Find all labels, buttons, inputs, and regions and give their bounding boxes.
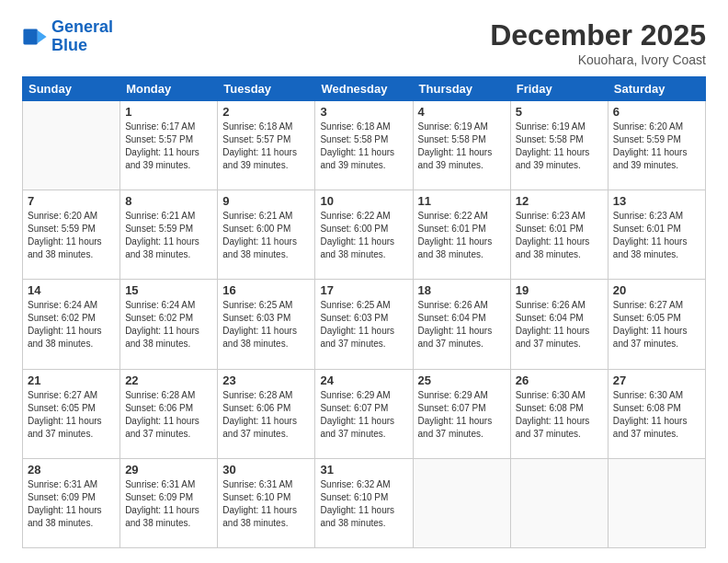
calendar-cell: 18 Sunrise: 6:26 AM Sunset: 6:04 PM Dayl… <box>413 280 510 369</box>
calendar-cell: 8 Sunrise: 6:21 AM Sunset: 5:59 PM Dayli… <box>120 190 218 280</box>
daylight-text: Daylight: 11 hours and 38 minutes. <box>516 236 603 261</box>
sunrise-text: Sunrise: 6:31 AM <box>222 478 310 491</box>
calendar-cell: 11 Sunrise: 6:22 AM Sunset: 6:01 PM Dayl… <box>413 190 510 280</box>
sunrise-text: Sunrise: 6:23 AM <box>613 210 700 223</box>
logo-general: General <box>51 17 113 36</box>
calendar-cell: 25 Sunrise: 6:29 AM Sunset: 6:07 PM Dayl… <box>413 369 510 458</box>
calendar-week-row: 7 Sunrise: 6:20 AM Sunset: 5:59 PM Dayli… <box>23 190 706 280</box>
cell-details: Sunrise: 6:22 AM Sunset: 6:01 PM Dayligh… <box>418 210 506 261</box>
sunset-text: Sunset: 6:04 PM <box>516 312 603 325</box>
sunrise-text: Sunrise: 6:26 AM <box>516 299 603 312</box>
daylight-text: Daylight: 11 hours and 38 minutes. <box>28 504 115 530</box>
calendar-week-row: 21 Sunrise: 6:27 AM Sunset: 6:05 PM Dayl… <box>23 369 706 458</box>
sunrise-text: Sunrise: 6:19 AM <box>516 121 603 133</box>
calendar-cell: 14 Sunrise: 6:24 AM Sunset: 6:02 PM Dayl… <box>23 280 120 369</box>
daylight-text: Daylight: 11 hours and 39 minutes. <box>125 146 212 172</box>
day-number: 5 <box>516 105 603 119</box>
day-number: 15 <box>125 283 212 297</box>
calendar-cell <box>23 101 120 190</box>
daylight-text: Daylight: 11 hours and 37 minutes. <box>28 415 115 441</box>
calendar-cell: 30 Sunrise: 6:31 AM Sunset: 6:10 PM Dayl… <box>218 458 315 547</box>
cell-details: Sunrise: 6:27 AM Sunset: 6:05 PM Dayligh… <box>28 389 115 441</box>
day-number: 23 <box>222 373 310 387</box>
calendar-cell: 12 Sunrise: 6:23 AM Sunset: 6:01 PM Dayl… <box>510 190 608 280</box>
daylight-text: Daylight: 11 hours and 38 minutes. <box>125 325 212 350</box>
calendar-cell: 24 Sunrise: 6:29 AM Sunset: 6:07 PM Dayl… <box>315 369 413 458</box>
cell-details: Sunrise: 6:20 AM Sunset: 5:59 PM Dayligh… <box>28 210 115 261</box>
calendar-cell: 4 Sunrise: 6:19 AM Sunset: 5:58 PM Dayli… <box>413 101 510 190</box>
cell-details: Sunrise: 6:26 AM Sunset: 6:04 PM Dayligh… <box>516 299 603 350</box>
cell-details: Sunrise: 6:26 AM Sunset: 6:04 PM Dayligh… <box>418 299 506 350</box>
daylight-text: Daylight: 11 hours and 37 minutes. <box>320 325 407 350</box>
sunrise-text: Sunrise: 6:24 AM <box>28 299 115 312</box>
sunrise-text: Sunrise: 6:29 AM <box>320 389 407 402</box>
calendar-cell: 6 Sunrise: 6:20 AM Sunset: 5:59 PM Dayli… <box>608 101 705 190</box>
day-number: 8 <box>125 194 212 208</box>
calendar-week-row: 14 Sunrise: 6:24 AM Sunset: 6:02 PM Dayl… <box>23 280 706 369</box>
calendar-cell <box>413 458 510 547</box>
calendar-cell: 19 Sunrise: 6:26 AM Sunset: 6:04 PM Dayl… <box>510 280 608 369</box>
sunset-text: Sunset: 5:58 PM <box>418 133 506 146</box>
sunset-text: Sunset: 6:05 PM <box>28 402 115 415</box>
day-number: 18 <box>418 283 506 297</box>
day-number: 29 <box>125 463 212 477</box>
daylight-text: Daylight: 11 hours and 37 minutes. <box>418 325 506 350</box>
cell-details: Sunrise: 6:18 AM Sunset: 5:58 PM Dayligh… <box>320 121 407 172</box>
calendar-cell: 20 Sunrise: 6:27 AM Sunset: 6:05 PM Dayl… <box>608 280 705 369</box>
weekday-header: Monday <box>120 77 218 101</box>
sunset-text: Sunset: 6:07 PM <box>418 402 506 415</box>
sunset-text: Sunset: 6:07 PM <box>320 402 407 415</box>
sunset-text: Sunset: 6:03 PM <box>222 312 310 325</box>
day-number: 6 <box>613 105 700 119</box>
daylight-text: Daylight: 11 hours and 37 minutes. <box>125 415 212 441</box>
sunrise-text: Sunrise: 6:30 AM <box>516 389 603 402</box>
day-number: 27 <box>613 373 700 387</box>
sunrise-text: Sunrise: 6:21 AM <box>125 210 212 223</box>
calendar-cell: 3 Sunrise: 6:18 AM Sunset: 5:58 PM Dayli… <box>315 101 413 190</box>
cell-details: Sunrise: 6:22 AM Sunset: 6:00 PM Dayligh… <box>320 210 407 261</box>
sunrise-text: Sunrise: 6:32 AM <box>320 478 407 491</box>
cell-details: Sunrise: 6:25 AM Sunset: 6:03 PM Dayligh… <box>320 299 407 350</box>
day-number: 2 <box>222 105 310 119</box>
calendar-cell: 31 Sunrise: 6:32 AM Sunset: 6:10 PM Dayl… <box>315 458 413 547</box>
sunset-text: Sunset: 6:01 PM <box>613 223 700 236</box>
sunset-text: Sunset: 6:01 PM <box>516 223 603 236</box>
cell-details: Sunrise: 6:18 AM Sunset: 5:57 PM Dayligh… <box>222 121 310 172</box>
sunrise-text: Sunrise: 6:31 AM <box>28 478 115 491</box>
daylight-text: Daylight: 11 hours and 37 minutes. <box>320 415 407 441</box>
day-number: 14 <box>28 283 115 297</box>
weekday-header: Wednesday <box>315 77 413 101</box>
calendar-cell: 2 Sunrise: 6:18 AM Sunset: 5:57 PM Dayli… <box>218 101 315 190</box>
cell-details: Sunrise: 6:27 AM Sunset: 6:05 PM Dayligh… <box>613 299 700 350</box>
calendar-cell: 7 Sunrise: 6:20 AM Sunset: 5:59 PM Dayli… <box>23 190 120 280</box>
logo-blue: Blue <box>51 36 87 54</box>
sunset-text: Sunset: 5:59 PM <box>613 133 700 146</box>
daylight-text: Daylight: 11 hours and 38 minutes. <box>613 236 700 261</box>
day-number: 31 <box>320 463 407 477</box>
calendar-cell: 15 Sunrise: 6:24 AM Sunset: 6:02 PM Dayl… <box>120 280 218 369</box>
cell-details: Sunrise: 6:19 AM Sunset: 5:58 PM Dayligh… <box>516 121 603 172</box>
sunrise-text: Sunrise: 6:19 AM <box>418 121 506 133</box>
calendar-cell: 10 Sunrise: 6:22 AM Sunset: 6:00 PM Dayl… <box>315 190 413 280</box>
daylight-text: Daylight: 11 hours and 39 minutes. <box>613 146 700 172</box>
calendar-cell: 1 Sunrise: 6:17 AM Sunset: 5:57 PM Dayli… <box>120 101 218 190</box>
weekday-header: Saturday <box>608 77 705 101</box>
cell-details: Sunrise: 6:23 AM Sunset: 6:01 PM Dayligh… <box>613 210 700 261</box>
daylight-text: Daylight: 11 hours and 37 minutes. <box>516 415 603 441</box>
cell-details: Sunrise: 6:31 AM Sunset: 6:10 PM Dayligh… <box>222 478 310 530</box>
daylight-text: Daylight: 11 hours and 39 minutes. <box>222 146 310 172</box>
cell-details: Sunrise: 6:31 AM Sunset: 6:09 PM Dayligh… <box>125 478 212 530</box>
logo-text: General Blue <box>51 18 113 55</box>
sunrise-text: Sunrise: 6:27 AM <box>613 299 700 312</box>
daylight-text: Daylight: 11 hours and 38 minutes. <box>28 325 115 350</box>
cell-details: Sunrise: 6:29 AM Sunset: 6:07 PM Dayligh… <box>418 389 506 441</box>
cell-details: Sunrise: 6:21 AM Sunset: 5:59 PM Dayligh… <box>125 210 212 261</box>
title-area: December 2025 Kouohara, Ivory Coast <box>490 18 706 67</box>
calendar-cell: 29 Sunrise: 6:31 AM Sunset: 6:09 PM Dayl… <box>120 458 218 547</box>
daylight-text: Daylight: 11 hours and 38 minutes. <box>418 236 506 261</box>
sunset-text: Sunset: 6:08 PM <box>516 402 603 415</box>
sunrise-text: Sunrise: 6:24 AM <box>125 299 212 312</box>
calendar-table: SundayMondayTuesdayWednesdayThursdayFrid… <box>22 76 706 548</box>
cell-details: Sunrise: 6:23 AM Sunset: 6:01 PM Dayligh… <box>516 210 603 261</box>
day-number: 4 <box>418 105 506 119</box>
